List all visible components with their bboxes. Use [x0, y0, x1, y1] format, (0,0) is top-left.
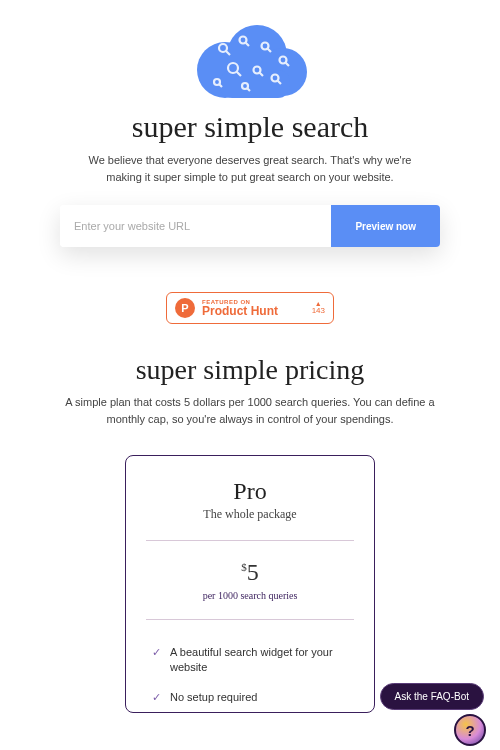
pricing-subtitle: A simple plan that costs 5 dollars per 1… — [60, 394, 440, 427]
product-hunt-badge[interactable]: P FEATURED ON Product Hunt ▲ 143 — [166, 292, 334, 324]
pricing-title: super simple pricing — [30, 354, 470, 386]
plan-features-list: A beautiful search widget for your websi… — [146, 638, 354, 712]
url-preview-form: Preview now — [60, 205, 440, 247]
faq-bot-launcher-icon[interactable]: ? — [454, 714, 486, 746]
product-hunt-text: FEATURED ON Product Hunt — [202, 299, 305, 317]
plan-name: Pro — [146, 478, 354, 505]
plan-feature: No setup required — [150, 683, 350, 712]
faq-bot-button[interactable]: Ask the FAQ-Bot — [380, 683, 484, 710]
ph-name: Product Hunt — [202, 305, 305, 317]
hero-subtitle: We believe that everyone deserves great … — [85, 152, 415, 185]
price-currency: $ — [241, 561, 247, 573]
pricing-plan-card: Pro The whole package $5 per 1000 search… — [125, 455, 375, 713]
plan-feature: A beautiful search widget for your websi… — [150, 638, 350, 683]
url-input[interactable] — [60, 205, 331, 247]
price-unit: per 1000 search queries — [146, 590, 354, 601]
price-amount: 5 — [247, 559, 259, 585]
divider — [146, 540, 354, 541]
ph-upvotes: ▲ 143 — [312, 300, 325, 316]
product-hunt-logo-icon: P — [175, 298, 195, 318]
ph-upvote-count: 143 — [312, 306, 325, 315]
plan-tagline: The whole package — [146, 507, 354, 522]
hero-title: super simple search — [30, 110, 470, 144]
plan-price: $5 — [146, 559, 354, 586]
cloud-logo — [185, 20, 315, 105]
preview-button[interactable]: Preview now — [331, 205, 440, 247]
divider — [146, 619, 354, 620]
question-mark-icon: ? — [465, 722, 474, 739]
